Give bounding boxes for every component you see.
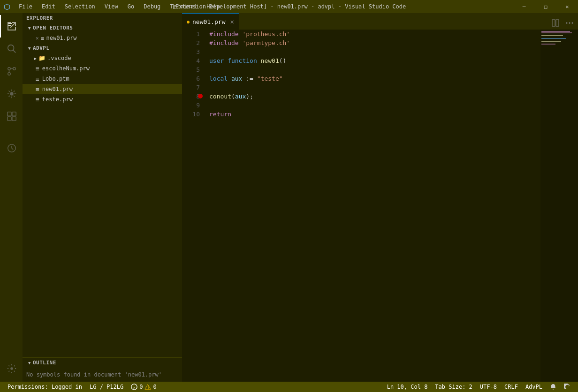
svg-point-16	[566, 23, 568, 24]
outline-title: OUTLINE	[33, 360, 56, 366]
tree-item-lobo[interactable]: ≡ Lobo.ptm	[23, 74, 182, 84]
tree-item-label: .vscode	[47, 55, 71, 61]
menu-edit[interactable]: Edit	[38, 2, 59, 11]
line-numbers: 12345678910	[182, 30, 205, 382]
code-line-10[interactable]: return	[209, 110, 537, 119]
svg-point-17	[569, 23, 570, 24]
code-line-4[interactable]: user function new01()	[209, 56, 537, 65]
menu-file[interactable]: File	[15, 2, 36, 11]
line-number-10: 10	[191, 110, 200, 119]
status-position[interactable]: Ln 10, Col 8	[383, 382, 432, 392]
explorer-header[interactable]: EXPLORER	[23, 13, 182, 23]
status-language[interactable]: AdvPL	[522, 382, 546, 392]
status-encoding-text: UTF-8	[480, 384, 497, 390]
open-editor-new01[interactable]: ✕ ≡ new01.prw	[23, 33, 182, 43]
token: #include	[209, 30, 242, 38]
menu-view[interactable]: View	[101, 2, 122, 11]
token: (	[231, 93, 235, 100]
code-line-2[interactable]: #include 'parmtype.ch'	[209, 38, 537, 47]
minimize-button[interactable]: ─	[513, 0, 535, 13]
tree-item-label: Lobo.ptm	[42, 75, 69, 82]
token: aux	[231, 75, 242, 82]
svg-rect-9	[12, 112, 16, 116]
open-editors-list: ✕ ≡ new01.prw	[23, 33, 182, 43]
tab-filename: new01.prw	[192, 18, 225, 25]
warning-count: 0	[153, 384, 156, 390]
tree-item-teste[interactable]: ≡ teste.prw	[23, 94, 182, 105]
activity-advpl[interactable]	[0, 137, 23, 159]
status-bell[interactable]	[546, 382, 560, 392]
status-sync[interactable]	[560, 382, 574, 392]
close-button[interactable]: ✕	[556, 0, 578, 13]
outline-message: No symbols found in document 'new01.prw'	[26, 371, 162, 378]
tab-bar: ● new01.prw ✕	[182, 13, 578, 30]
status-right: Ln 10, Col 8 Tab Size: 2 UTF-8 CRLF AdvP…	[383, 382, 574, 392]
menu-debug[interactable]: Debug	[140, 2, 164, 11]
status-lineending-text: CRLF	[504, 384, 518, 390]
line-number-8: 8	[191, 92, 200, 101]
code-line-5[interactable]: ​	[209, 65, 537, 74]
warning-icon: !	[144, 384, 151, 390]
svg-point-4	[8, 73, 11, 75]
menu-selection[interactable]: Selection	[61, 2, 99, 11]
tree-item-new01[interactable]: ≡ new01.prw	[23, 84, 182, 94]
minimap-line	[541, 41, 561, 42]
svg-line-3	[13, 50, 16, 53]
file-icon-new01: ≡	[36, 86, 39, 93]
close-file-icon[interactable]: ✕	[36, 35, 39, 41]
main-layout: EXPLORER ▼ OPEN EDITORS ✕ ≡ new01.prw ▼ …	[0, 13, 578, 382]
activity-source-control[interactable]	[0, 60, 23, 83]
status-tabsize-text: Tab Size: 2	[435, 384, 472, 390]
line-number-1: 1	[191, 30, 200, 38]
activity-explorer[interactable]	[0, 15, 23, 38]
code-line-1[interactable]: #include 'protheus.ch'	[209, 30, 537, 38]
token: function	[228, 57, 260, 64]
vscode-logo: ⬡	[4, 2, 10, 11]
code-line-6[interactable]: local aux := "teste"	[209, 74, 537, 83]
activity-debug[interactable]	[0, 83, 23, 105]
code-editor[interactable]: 12345678910 #include 'protheus.ch'#inclu…	[182, 30, 578, 382]
svg-rect-14	[552, 20, 555, 26]
status-errors[interactable]: ✕ 0 ! 0	[127, 382, 160, 392]
code-line-7[interactable]: ​	[209, 83, 537, 92]
tab-close-button[interactable]: ✕	[230, 18, 234, 25]
line-number-5: 5	[191, 65, 200, 74]
advpl-header[interactable]: ▼ ADVPL	[23, 43, 182, 53]
status-lg[interactable]: LG / P12LG	[86, 382, 127, 392]
token: :=	[242, 75, 257, 82]
code-content[interactable]: #include 'protheus.ch'#include 'parmtype…	[205, 30, 540, 382]
activity-search[interactable]	[0, 38, 23, 60]
status-bar: Permissions: Logged in LG / P12LG ✕ 0 ! …	[0, 382, 578, 392]
outline-header[interactable]: ▼ OUTLINE	[23, 358, 182, 368]
status-permissions[interactable]: Permissions: Logged in	[4, 382, 86, 392]
open-editors-title: OPEN EDITORS	[33, 25, 73, 31]
code-line-8[interactable]: conout(aux);	[209, 92, 537, 101]
advpl-title: ADVPL	[33, 45, 50, 51]
more-actions-button[interactable]	[563, 16, 576, 30]
explorer-title: EXPLORER	[26, 15, 53, 21]
minimap-line	[541, 44, 555, 45]
activity-extensions[interactable]	[0, 105, 23, 128]
maximize-button[interactable]: □	[535, 0, 556, 13]
status-tabsize[interactable]: Tab Size: 2	[431, 382, 476, 392]
tree-item-escolhenum[interactable]: ≡ escolheNum.prw	[23, 63, 182, 74]
code-line-9[interactable]: ​	[209, 101, 537, 110]
outline-content: No symbols found in document 'new01.prw'	[23, 368, 182, 382]
line-number-7: 7	[191, 83, 200, 92]
split-editor-button[interactable]	[549, 16, 562, 30]
tree-item-vscode[interactable]: ▶ 📁 .vscode	[23, 53, 182, 63]
code-line-3[interactable]: ​	[209, 47, 537, 56]
menu-go[interactable]: Go	[124, 2, 138, 11]
window-controls: ─ □ ✕	[513, 0, 578, 13]
token: 'parmtype.ch'	[242, 39, 290, 46]
outline-section: ▼ OUTLINE No symbols found in document '…	[23, 357, 182, 382]
error-count: 0	[139, 384, 143, 390]
status-lineending[interactable]: CRLF	[501, 382, 522, 392]
tab-new01[interactable]: ● new01.prw ✕	[182, 13, 239, 30]
token: 'protheus.ch'	[242, 30, 290, 38]
svg-rect-0	[8, 23, 12, 24]
activity-settings[interactable]	[0, 357, 23, 380]
open-editors-header[interactable]: ▼ OPEN EDITORS	[23, 23, 182, 33]
window-title: [Extension Development Host] - new01.prw…	[172, 3, 406, 10]
status-encoding[interactable]: UTF-8	[476, 382, 501, 392]
